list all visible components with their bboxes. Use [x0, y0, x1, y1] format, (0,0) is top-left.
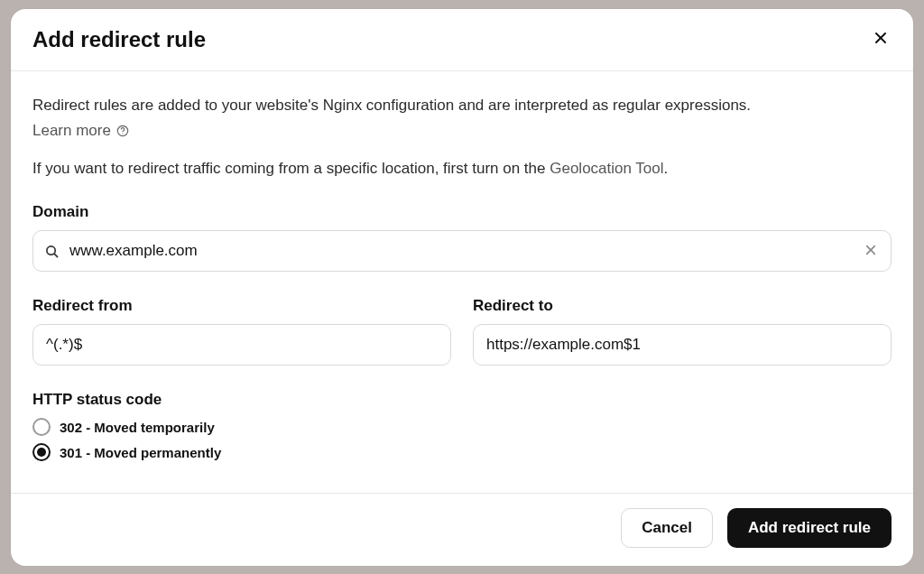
domain-section: Domain: [32, 203, 892, 272]
status-option-301[interactable]: 301 - Moved permanently: [32, 443, 892, 461]
modal-footer: Cancel Add redirect rule: [11, 493, 913, 566]
domain-input[interactable]: [32, 230, 892, 272]
radio-label: 302 - Moved temporarily: [60, 420, 215, 435]
radio-dot-icon: [37, 448, 46, 457]
modal-title: Add redirect rule: [32, 27, 206, 52]
radio-label: 301 - Moved permanently: [60, 445, 221, 460]
intro-text: Redirect rules are added to your website…: [32, 95, 892, 117]
clear-domain-button[interactable]: [863, 242, 879, 261]
redirect-from-input[interactable]: [32, 324, 451, 366]
redirect-from-label: Redirect from: [32, 297, 451, 315]
help-icon[interactable]: [116, 125, 129, 137]
redirect-to-label: Redirect to: [473, 297, 892, 315]
radio-icon: [32, 418, 51, 436]
status-label: HTTP status code: [32, 391, 892, 409]
add-redirect-rule-modal: Add redirect rule Redirect rules are add…: [11, 9, 913, 566]
modal-header: Add redirect rule: [11, 9, 913, 71]
radio-icon: [32, 443, 51, 461]
redirect-from-section: Redirect from: [32, 297, 451, 366]
svg-point-3: [122, 134, 123, 134]
svg-line-5: [54, 254, 57, 256]
geo-prefix: If you want to redirect traffic coming f…: [32, 160, 550, 177]
domain-label: Domain: [32, 203, 892, 221]
cancel-button[interactable]: Cancel: [621, 508, 713, 548]
learn-more-row: Learn more: [32, 122, 892, 140]
close-button[interactable]: [870, 27, 892, 51]
modal-body: Redirect rules are added to your website…: [11, 71, 913, 493]
geolocation-hint: If you want to redirect traffic coming f…: [32, 160, 892, 178]
redirect-to-input[interactable]: [473, 324, 892, 366]
add-redirect-rule-button[interactable]: Add redirect rule: [727, 508, 892, 548]
status-option-302[interactable]: 302 - Moved temporarily: [32, 418, 892, 436]
clear-icon: [864, 244, 877, 259]
redirect-to-section: Redirect to: [473, 297, 892, 366]
close-icon: [873, 31, 888, 48]
search-icon: [45, 245, 59, 258]
geolocation-tool-link[interactable]: Geolocation Tool: [550, 160, 663, 177]
status-section: HTTP status code 302 - Moved temporarily…: [32, 391, 892, 461]
redirect-row: Redirect from Redirect to: [32, 297, 892, 366]
domain-input-wrap: [32, 230, 892, 272]
learn-more-link[interactable]: Learn more: [32, 122, 111, 140]
geo-suffix: .: [664, 160, 669, 177]
